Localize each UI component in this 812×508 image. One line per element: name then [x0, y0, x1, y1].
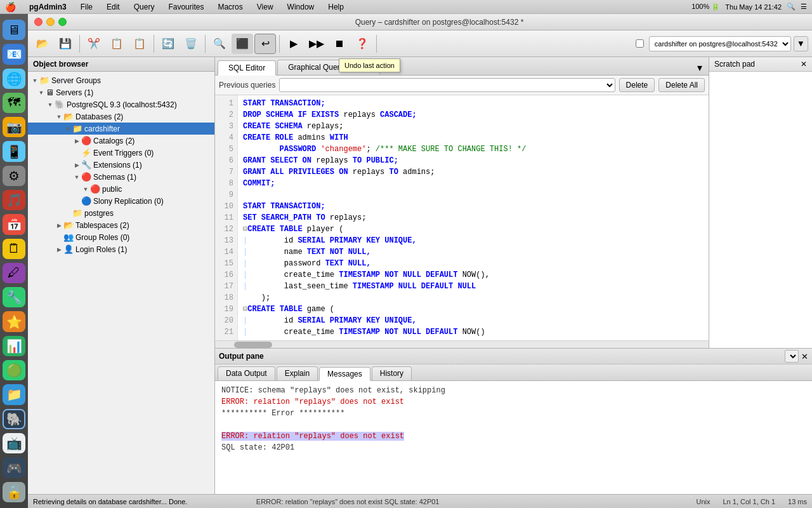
menu-list-icon[interactable]: ☰	[801, 3, 807, 11]
dock-notes[interactable]: 🗒	[3, 239, 25, 259]
toggle-servers[interactable]: ▼	[37, 90, 46, 96]
dock-bookmarks[interactable]: ⭐	[3, 311, 25, 331]
code-editor[interactable]: 12345 678910 1112131415 1617181920 21 ST…	[215, 95, 709, 340]
tree-databases[interactable]: ▼ 📂 Databases (2)	[28, 110, 214, 123]
server-groups-icon: 📁	[39, 76, 49, 85]
tab-history[interactable]: History	[372, 366, 412, 380]
tab-data-output[interactable]: Data Output	[218, 366, 275, 380]
tree-catalogs[interactable]: ▶ 🔴 Catalogs (2)	[28, 135, 214, 147]
app-name[interactable]: pgAdmin3	[26, 2, 70, 12]
tree-public[interactable]: ▼ 🔴 public	[28, 183, 214, 195]
file-menu[interactable]: File	[77, 2, 96, 12]
apple-menu[interactable]: 🍎	[5, 2, 16, 12]
toolbar-clear[interactable]: 🔄	[157, 34, 179, 54]
toolbar-open[interactable]: 📂	[32, 34, 53, 54]
tree-schemas[interactable]: ▼ 🔴 Schemas (1)	[28, 171, 214, 183]
edit-menu[interactable]: Edit	[103, 2, 123, 12]
dock-calendar[interactable]: 📅	[3, 214, 25, 234]
query-tab-menu[interactable]: ▾	[693, 60, 706, 75]
toolbar-stop1[interactable]: ⬛	[232, 34, 253, 54]
hscroll-thumb[interactable]	[234, 342, 272, 348]
tree-server-groups[interactable]: ▼ 📁 Server Groups	[28, 74, 214, 86]
output-pane-close[interactable]: ✕	[801, 352, 808, 361]
code-content[interactable]: 12345 678910 1112131415 1617181920 21 ST…	[215, 95, 709, 340]
toolbar-explain-btn[interactable]: ❓	[351, 34, 373, 54]
dock-mail[interactable]: 📧	[3, 44, 25, 64]
toggle-public[interactable]: ▼	[81, 186, 90, 192]
dock-files[interactable]: 📁	[3, 384, 25, 404]
dock-messages[interactable]: 📱	[3, 141, 25, 161]
toolbar-find[interactable]: 🔍	[209, 34, 230, 54]
view-menu[interactable]: View	[254, 2, 277, 12]
toolbar-sep4	[279, 35, 280, 53]
dock-finder[interactable]: 🖥	[3, 20, 25, 40]
dock-photos[interactable]: 📷	[3, 117, 25, 137]
macros-menu[interactable]: Macros	[214, 2, 246, 12]
toolbar-cut[interactable]: ✂️	[83, 34, 105, 54]
toggle-databases[interactable]: ▼	[55, 114, 63, 120]
query-menu[interactable]: Query	[131, 2, 158, 12]
toggle-tablespaces[interactable]: ▶	[55, 222, 63, 229]
menu-search-icon[interactable]: 🔍	[787, 3, 796, 11]
dock-numbers[interactable]: 📊	[3, 336, 25, 356]
tree-servers[interactable]: ▼ 🖥 Servers (1)	[28, 86, 214, 98]
toggle-schemas[interactable]: ▼	[72, 174, 81, 180]
content-area: Object browser ▼ 📁 Server Groups ▼ 🖥 Ser…	[28, 57, 812, 494]
toggle-extensions[interactable]: ▶	[72, 162, 81, 168]
tree-group-roles[interactable]: 👥 Group Roles (0)	[28, 231, 214, 243]
tree-postgres[interactable]: 📁 postgres	[28, 207, 214, 219]
dock-tools[interactable]: 🔧	[3, 287, 25, 307]
dock-itunes[interactable]: 🎵	[3, 190, 25, 210]
prev-queries-select[interactable]	[279, 78, 615, 92]
tree-tablespaces[interactable]: ▶ 📂 Tablespaces (2)	[28, 219, 214, 231]
tree-cardshifter[interactable]: ▼ 📁 cardshifter	[28, 123, 214, 135]
toolbar-save[interactable]: 💾	[55, 34, 76, 54]
window-close[interactable]	[34, 18, 43, 26]
toolbar-paste[interactable]: 📋	[129, 34, 150, 54]
tab-sql-editor[interactable]: SQL Editor	[218, 60, 276, 76]
editor-hscroll[interactable]	[215, 340, 709, 348]
help-menu[interactable]: Help	[325, 2, 347, 12]
delete-all-btn[interactable]: Delete All	[658, 78, 705, 92]
window-menu[interactable]: Window	[284, 2, 318, 12]
dock-keychain[interactable]: 🔒	[3, 482, 25, 502]
dock-steam[interactable]: 🎮	[3, 457, 25, 478]
undo-button[interactable]: ↩	[254, 34, 276, 54]
tab-explain[interactable]: Explain	[277, 366, 318, 380]
code-text[interactable]: START TRANSACTION; DROP SCHEMA IF EXISTS…	[238, 95, 709, 340]
delete-query-btn[interactable]: Delete	[619, 78, 655, 92]
window-maximize[interactable]	[58, 18, 67, 26]
toggle-server-groups[interactable]: ▼	[30, 77, 39, 84]
tree-extensions[interactable]: ▶ 🔧 Extensions (1)	[28, 159, 214, 171]
dock-settings[interactable]: ⚙	[3, 166, 25, 186]
dock-pgadmin[interactable]: 🐘	[3, 409, 25, 430]
tree-event-triggers[interactable]: ⚡ Event Triggers (0)	[28, 147, 214, 159]
dock-draw[interactable]: 🖊	[3, 263, 25, 283]
toggle-catalogs[interactable]: ▶	[72, 138, 81, 144]
dock-preview[interactable]: 📺	[3, 433, 25, 453]
scratch-pad-close[interactable]: ✕	[801, 60, 807, 69]
tree-postgresql[interactable]: ▼ 🐘 PostgreSQL 9.3 (localhost:5432)	[28, 98, 214, 110]
toggle-login-roles[interactable]: ▶	[55, 246, 63, 253]
scratch-pad-content[interactable]	[709, 72, 812, 348]
tree-container[interactable]: ▼ 📁 Server Groups ▼ 🖥 Servers (1) ▼ 🐘 Po…	[28, 72, 214, 494]
window-minimize[interactable]	[46, 18, 55, 26]
toolbar-run[interactable]: ▶	[283, 34, 304, 54]
toolbar-delete[interactable]: 🗑️	[180, 34, 202, 54]
dock-safari[interactable]: 🌐	[3, 69, 25, 89]
toolbar-copy[interactable]: 📋	[106, 34, 128, 54]
toggle-postgresql[interactable]: ▼	[46, 102, 55, 108]
output-pane-options[interactable]	[785, 350, 799, 363]
connection-dropdown[interactable]: ▼	[794, 36, 808, 51]
tree-login-roles[interactable]: ▶ 👤 Login Roles (1)	[28, 243, 214, 255]
toolbar-stop2[interactable]: ⏹	[329, 34, 350, 54]
favourites-menu[interactable]: Favourites	[165, 2, 207, 12]
toggle-cardshifter[interactable]: ▼	[63, 126, 72, 132]
connection-select[interactable]: cardshifter on postgres@localhost:5432	[649, 36, 791, 51]
tab-messages[interactable]: Messages	[319, 367, 370, 381]
dock-maps[interactable]: 🗺	[3, 93, 25, 113]
connection-checkbox[interactable]	[636, 39, 644, 48]
dock-facetime[interactable]: 🟢	[3, 360, 25, 380]
toolbar-run-all[interactable]: ▶▶	[306, 34, 327, 54]
tree-slony[interactable]: 🔵 Slony Replication (0)	[28, 195, 214, 207]
